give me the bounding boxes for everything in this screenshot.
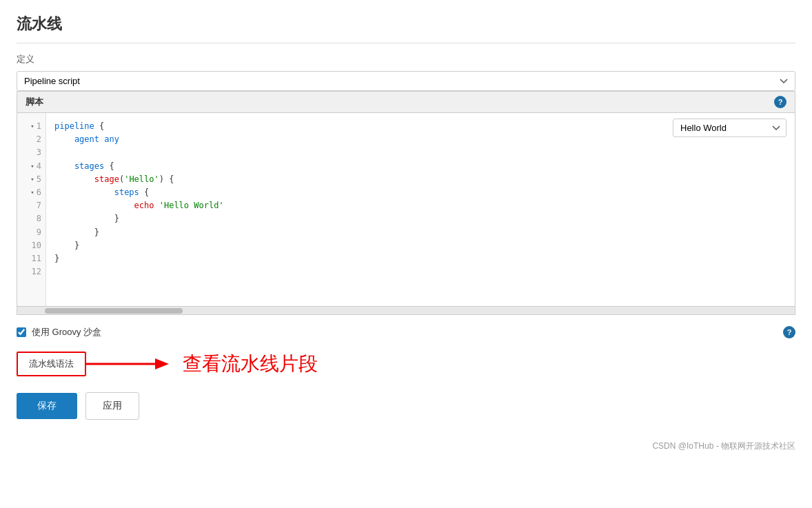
- pipeline-syntax-button[interactable]: 流水线语法: [17, 352, 86, 376]
- code-line-11: }: [54, 252, 786, 265]
- line-9: 9: [23, 226, 41, 239]
- svg-marker-1: [155, 358, 169, 369]
- line-8: 8: [23, 212, 41, 225]
- line-7: 7: [23, 199, 41, 212]
- code-line-12: [54, 265, 786, 278]
- groovy-left: 使用 Groovy 沙盒: [17, 326, 101, 338]
- script-help-icon[interactable]: ?: [774, 96, 786, 108]
- code-line-7: echo 'Hello World': [54, 199, 786, 212]
- divider: [17, 43, 795, 43]
- line-numbers: ▾1 2 3 ▾4 ▾5 ▾6 7 8 9 10 11 12: [17, 113, 46, 306]
- scrollbar-thumb[interactable]: [45, 308, 183, 314]
- code-line-4: stages {: [54, 160, 786, 173]
- code-line-6: steps {: [54, 186, 786, 199]
- page-container: 流水线 定义 Pipeline script 脚本 ? ▾1 2 3 ▾4 ▾5…: [0, 0, 812, 466]
- line-6: ▾6: [23, 186, 41, 199]
- code-line-3: [54, 146, 786, 159]
- pipeline-script-select-wrapper: Pipeline script: [17, 71, 795, 91]
- script-header: 脚本 ?: [17, 92, 795, 113]
- scrollbar-area[interactable]: [17, 306, 795, 314]
- snippet-select[interactable]: Hello World Try sample Pipeline...: [673, 119, 786, 137]
- line-5: ▾5: [23, 173, 41, 186]
- line-11: 11: [23, 252, 41, 265]
- annotation-text: 查看流水线片段: [183, 351, 318, 377]
- line-2: 2: [23, 133, 41, 146]
- action-row: 保存 应用: [17, 392, 795, 420]
- code-line-5: stage('Hello') {: [54, 173, 786, 186]
- arrow-annotation: 查看流水线片段: [86, 351, 318, 377]
- line-12: 12: [23, 265, 41, 278]
- apply-button[interactable]: 应用: [85, 392, 139, 420]
- definition-label: 定义: [17, 53, 795, 65]
- bottom-section: 使用 Groovy 沙盒 ? 流水线语法 查看流水线片段 保存 应用: [17, 326, 795, 420]
- red-arrow-icon: [86, 354, 169, 374]
- script-section: 脚本 ? ▾1 2 3 ▾4 ▾5 ▾6 7 8 9 10 11 12 pipe…: [17, 91, 795, 315]
- groovy-label: 使用 Groovy 沙盒: [32, 326, 101, 338]
- code-editor[interactable]: pipeline { agent any stages { stage('Hel…: [46, 113, 795, 306]
- annotation-area: 流水线语法 查看流水线片段: [17, 351, 795, 377]
- code-line-10: }: [54, 239, 786, 252]
- save-button[interactable]: 保存: [17, 393, 77, 419]
- script-body: ▾1 2 3 ▾4 ▾5 ▾6 7 8 9 10 11 12 pipeline …: [17, 113, 795, 306]
- page-title: 流水线: [17, 14, 795, 34]
- line-10: 10: [23, 239, 41, 252]
- footer-text: CSDN @IoTHub - 物联网开源技术社区: [17, 440, 795, 452]
- groovy-help-icon[interactable]: ?: [783, 326, 795, 338]
- script-header-label: 脚本: [26, 96, 43, 108]
- groovy-checkbox[interactable]: [17, 327, 26, 337]
- line-4: ▾4: [23, 160, 41, 173]
- line-3: 3: [23, 146, 41, 159]
- pipeline-script-select[interactable]: Pipeline script: [17, 71, 795, 91]
- snippet-dropdown: Hello World Try sample Pipeline...: [673, 119, 786, 137]
- groovy-row: 使用 Groovy 沙盒 ?: [17, 326, 795, 338]
- line-1: ▾1: [23, 120, 41, 133]
- code-line-8: }: [54, 212, 786, 225]
- code-line-9: }: [54, 226, 786, 239]
